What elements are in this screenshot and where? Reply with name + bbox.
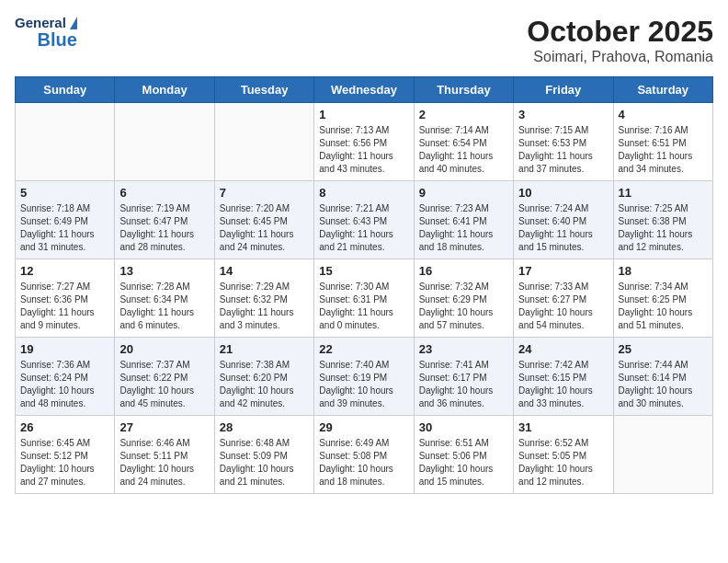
day-content: Sunrise: 7:29 AM Sunset: 6:32 PM Dayligh… [220, 281, 309, 332]
day-number: 25 [619, 342, 708, 356]
day-content: Sunrise: 7:40 AM Sunset: 6:19 PM Dayligh… [319, 359, 408, 410]
day-number: 9 [419, 186, 508, 200]
day-number: 5 [20, 186, 109, 200]
day-content: Sunrise: 7:38 AM Sunset: 6:20 PM Dayligh… [220, 359, 309, 410]
day-number: 22 [319, 342, 408, 356]
day-number: 2 [419, 108, 508, 121]
day-content: Sunrise: 7:42 AM Sunset: 6:15 PM Dayligh… [518, 359, 608, 410]
calendar-cell: 2Sunrise: 7:14 AM Sunset: 6:54 PM Daylig… [414, 103, 513, 181]
calendar-week-row: 5Sunrise: 7:18 AM Sunset: 6:49 PM Daylig… [16, 181, 713, 259]
calendar-cell: 4Sunrise: 7:16 AM Sunset: 6:51 PM Daylig… [613, 103, 712, 181]
calendar-week-row: 19Sunrise: 7:36 AM Sunset: 6:24 PM Dayli… [16, 338, 713, 416]
calendar-week-row: 26Sunrise: 6:45 AM Sunset: 5:12 PM Dayli… [16, 416, 713, 494]
calendar-cell: 18Sunrise: 7:34 AM Sunset: 6:25 PM Dayli… [613, 259, 712, 338]
day-number: 15 [319, 264, 408, 278]
day-content: Sunrise: 7:18 AM Sunset: 6:49 PM Dayligh… [20, 202, 109, 254]
weekday-header-friday: Friday [514, 77, 613, 103]
calendar-cell: 15Sunrise: 7:30 AM Sunset: 6:31 PM Dayli… [314, 259, 414, 338]
logo-general-text: General [15, 15, 66, 30]
day-number: 6 [119, 186, 209, 200]
calendar-cell: 6Sunrise: 7:19 AM Sunset: 6:47 PM Daylig… [115, 181, 214, 259]
day-number: 7 [220, 186, 309, 200]
calendar-cell [613, 416, 712, 494]
day-content: Sunrise: 7:19 AM Sunset: 6:47 PM Dayligh… [119, 202, 209, 254]
calendar-cell: 29Sunrise: 6:49 AM Sunset: 5:08 PM Dayli… [314, 416, 414, 494]
day-number: 14 [220, 264, 309, 278]
day-number: 19 [20, 342, 109, 356]
day-number: 23 [419, 342, 508, 356]
day-number: 12 [20, 264, 109, 278]
calendar-cell: 24Sunrise: 7:42 AM Sunset: 6:15 PM Dayli… [514, 338, 613, 416]
calendar-cell: 1Sunrise: 7:13 AM Sunset: 6:56 PM Daylig… [314, 103, 414, 181]
day-content: Sunrise: 6:48 AM Sunset: 5:09 PM Dayligh… [220, 437, 309, 488]
day-content: Sunrise: 6:46 AM Sunset: 5:11 PM Dayligh… [119, 437, 209, 488]
day-number: 8 [319, 186, 408, 200]
weekday-header-saturday: Saturday [613, 77, 712, 103]
calendar-cell: 7Sunrise: 7:20 AM Sunset: 6:45 PM Daylig… [214, 181, 313, 259]
day-number: 13 [119, 264, 209, 278]
calendar-cell: 27Sunrise: 6:46 AM Sunset: 5:11 PM Dayli… [115, 416, 214, 494]
calendar-cell: 30Sunrise: 6:51 AM Sunset: 5:06 PM Dayli… [414, 416, 513, 494]
day-number: 26 [20, 420, 109, 434]
day-number: 1 [319, 108, 408, 121]
day-content: Sunrise: 7:30 AM Sunset: 6:31 PM Dayligh… [319, 281, 408, 332]
day-content: Sunrise: 7:32 AM Sunset: 6:29 PM Dayligh… [419, 281, 508, 332]
calendar-cell: 11Sunrise: 7:25 AM Sunset: 6:38 PM Dayli… [613, 181, 712, 259]
day-content: Sunrise: 7:20 AM Sunset: 6:45 PM Dayligh… [220, 202, 309, 254]
weekday-header-thursday: Thursday [414, 77, 513, 103]
calendar-cell: 9Sunrise: 7:23 AM Sunset: 6:41 PM Daylig… [414, 181, 513, 259]
page-header: General Blue October 2025 Soimari, Praho… [15, 15, 713, 65]
calendar-cell: 26Sunrise: 6:45 AM Sunset: 5:12 PM Dayli… [16, 416, 115, 494]
day-content: Sunrise: 7:36 AM Sunset: 6:24 PM Dayligh… [20, 359, 109, 410]
calendar-title: October 2025 [527, 15, 713, 49]
day-number: 31 [518, 420, 608, 434]
weekday-header-wednesday: Wednesday [314, 77, 414, 103]
calendar-cell: 8Sunrise: 7:21 AM Sunset: 6:43 PM Daylig… [314, 181, 414, 259]
calendar-cell [115, 103, 214, 181]
day-content: Sunrise: 7:34 AM Sunset: 6:25 PM Dayligh… [619, 281, 708, 332]
calendar-cell: 10Sunrise: 7:24 AM Sunset: 6:40 PM Dayli… [514, 181, 613, 259]
day-number: 17 [518, 264, 608, 278]
calendar-week-row: 1Sunrise: 7:13 AM Sunset: 6:56 PM Daylig… [16, 103, 713, 181]
calendar-cell [214, 103, 313, 181]
weekday-header-tuesday: Tuesday [214, 77, 313, 103]
logo-blue-text: Blue [38, 30, 77, 49]
calendar-cell: 3Sunrise: 7:15 AM Sunset: 6:53 PM Daylig… [514, 103, 613, 181]
day-number: 3 [518, 108, 608, 121]
calendar-cell: 28Sunrise: 6:48 AM Sunset: 5:09 PM Dayli… [214, 416, 313, 494]
calendar-cell: 23Sunrise: 7:41 AM Sunset: 6:17 PM Dayli… [414, 338, 513, 416]
day-content: Sunrise: 7:33 AM Sunset: 6:27 PM Dayligh… [518, 281, 608, 332]
day-number: 11 [619, 186, 708, 200]
day-number: 24 [518, 342, 608, 356]
weekday-header-monday: Monday [115, 77, 214, 103]
calendar-cell: 21Sunrise: 7:38 AM Sunset: 6:20 PM Dayli… [214, 338, 313, 416]
weekday-header-row: SundayMondayTuesdayWednesdayThursdayFrid… [16, 77, 713, 103]
day-content: Sunrise: 6:49 AM Sunset: 5:08 PM Dayligh… [319, 437, 408, 488]
calendar-cell: 19Sunrise: 7:36 AM Sunset: 6:24 PM Dayli… [16, 338, 115, 416]
day-content: Sunrise: 7:28 AM Sunset: 6:34 PM Dayligh… [119, 281, 209, 332]
day-content: Sunrise: 7:16 AM Sunset: 6:51 PM Dayligh… [619, 124, 708, 176]
calendar-cell: 22Sunrise: 7:40 AM Sunset: 6:19 PM Dayli… [314, 338, 414, 416]
day-content: Sunrise: 6:45 AM Sunset: 5:12 PM Dayligh… [20, 437, 109, 488]
calendar-table: SundayMondayTuesdayWednesdayThursdayFrid… [15, 76, 713, 494]
calendar-cell: 14Sunrise: 7:29 AM Sunset: 6:32 PM Dayli… [214, 259, 313, 338]
day-number: 29 [319, 420, 408, 434]
day-content: Sunrise: 7:25 AM Sunset: 6:38 PM Dayligh… [619, 202, 708, 254]
day-number: 4 [619, 108, 708, 121]
calendar-cell: 5Sunrise: 7:18 AM Sunset: 6:49 PM Daylig… [16, 181, 115, 259]
calendar-cell: 31Sunrise: 6:52 AM Sunset: 5:05 PM Dayli… [514, 416, 613, 494]
day-content: Sunrise: 7:21 AM Sunset: 6:43 PM Dayligh… [319, 202, 408, 254]
day-number: 21 [220, 342, 309, 356]
day-content: Sunrise: 7:14 AM Sunset: 6:54 PM Dayligh… [419, 124, 508, 176]
calendar-cell: 25Sunrise: 7:44 AM Sunset: 6:14 PM Dayli… [613, 338, 712, 416]
day-content: Sunrise: 7:37 AM Sunset: 6:22 PM Dayligh… [119, 359, 209, 410]
calendar-cell: 20Sunrise: 7:37 AM Sunset: 6:22 PM Dayli… [115, 338, 214, 416]
calendar-cell: 17Sunrise: 7:33 AM Sunset: 6:27 PM Dayli… [514, 259, 613, 338]
day-content: Sunrise: 7:41 AM Sunset: 6:17 PM Dayligh… [419, 359, 508, 410]
day-content: Sunrise: 7:27 AM Sunset: 6:36 PM Dayligh… [20, 281, 109, 332]
day-number: 18 [619, 264, 708, 278]
calendar-cell: 13Sunrise: 7:28 AM Sunset: 6:34 PM Dayli… [115, 259, 214, 338]
calendar-week-row: 12Sunrise: 7:27 AM Sunset: 6:36 PM Dayli… [16, 259, 713, 338]
day-number: 28 [220, 420, 309, 434]
day-number: 30 [419, 420, 508, 434]
